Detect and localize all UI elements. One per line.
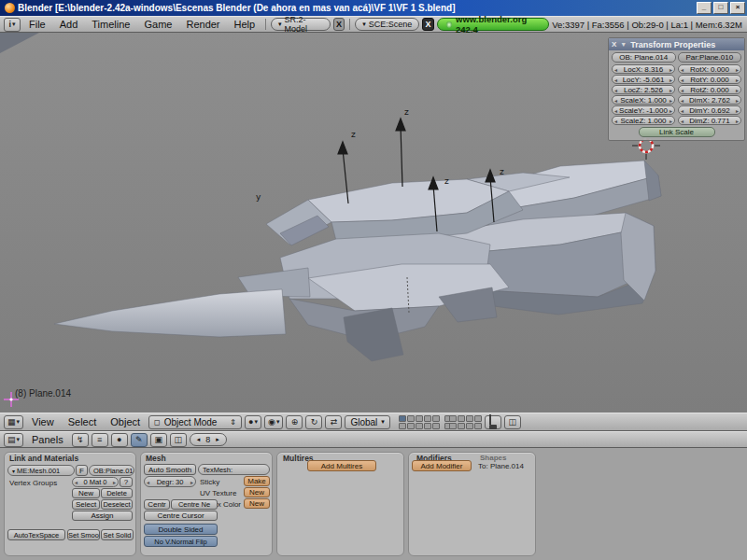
parent-field[interactable]: Par:Plane.010 bbox=[678, 52, 742, 63]
menu-timeline[interactable]: Timeline bbox=[86, 19, 135, 30]
layer-toggle[interactable] bbox=[407, 423, 415, 429]
mode-dropdown[interactable]: ◻ Object Mode ⇕ bbox=[148, 415, 242, 429]
link-scale-button[interactable]: Link Scale bbox=[639, 127, 715, 137]
material-new-button[interactable]: New bbox=[72, 488, 100, 498]
menu-add[interactable]: Add bbox=[54, 19, 84, 30]
pivot-dropdown[interactable]: ◉ ▾ bbox=[264, 415, 283, 429]
close-icon[interactable]: X bbox=[612, 40, 616, 49]
double-sided-toggle[interactable]: Double Sided bbox=[144, 524, 218, 535]
auto-smooth-toggle[interactable]: Auto Smooth bbox=[144, 464, 196, 475]
draw-mode-dropdown[interactable]: ● ▾ bbox=[245, 415, 261, 429]
transform-panel-header[interactable]: X ▼ Transform Properties bbox=[609, 38, 744, 50]
sticky-make-button[interactable]: Make bbox=[244, 476, 270, 486]
menu-render[interactable]: Render bbox=[180, 19, 225, 30]
layer-toggle[interactable] bbox=[416, 423, 423, 429]
layer-toggle[interactable] bbox=[399, 423, 406, 429]
shading-context-button[interactable]: ● bbox=[111, 433, 128, 447]
dimx-field[interactable]: DimX:2.762 bbox=[678, 95, 741, 105]
degr-field[interactable]: Degr:30 bbox=[144, 476, 196, 487]
mesh-datablock-field[interactable]: ▾ ME:Mesh.001 bbox=[7, 465, 75, 476]
locx-field[interactable]: LocX:8.316 bbox=[612, 64, 675, 74]
scene-context-button[interactable]: ◫ bbox=[170, 433, 187, 447]
lock-toggle[interactable] bbox=[485, 415, 501, 429]
layer-toggle[interactable] bbox=[399, 415, 406, 422]
close-button[interactable]: × bbox=[730, 2, 745, 14]
material-assign-button[interactable]: Assign bbox=[72, 511, 133, 521]
layer-toggle[interactable] bbox=[432, 415, 440, 422]
menu-object[interactable]: Object bbox=[105, 416, 146, 427]
material-deselect-button[interactable]: Deselect bbox=[101, 499, 133, 510]
layer-toggle[interactable] bbox=[407, 415, 415, 422]
editor-type-button[interactable]: ▦ ▾ bbox=[4, 415, 23, 429]
screen-delete-button[interactable]: X bbox=[333, 18, 345, 31]
editor-type-button[interactable]: ▤ ▾ bbox=[4, 433, 23, 447]
window-type-button[interactable]: i ▾ bbox=[4, 18, 21, 32]
scene-selector[interactable]: ▾ SCE:Scene bbox=[355, 18, 419, 31]
3d-viewport[interactable]: z z z z y (8) Plane.014 bbox=[0, 33, 747, 413]
layer-toggle[interactable] bbox=[458, 415, 465, 422]
layer-toggle[interactable] bbox=[424, 423, 431, 429]
scalez-field[interactable]: ScaleZ:1.000 bbox=[612, 116, 675, 125]
maximize-button[interactable]: □ bbox=[713, 2, 728, 14]
menu-view[interactable]: View bbox=[26, 416, 60, 427]
scaley-field[interactable]: ScaleY:-1.000 bbox=[612, 105, 675, 115]
editing-context-button[interactable]: ✎ bbox=[131, 433, 148, 447]
rotate-manipulator-toggle[interactable]: ↻ bbox=[305, 415, 322, 429]
layer-toggle[interactable] bbox=[466, 423, 473, 429]
add-modifier-button[interactable]: Add Modifier bbox=[412, 460, 472, 471]
menu-game[interactable]: Game bbox=[138, 19, 177, 30]
material-query-button[interactable]: ? bbox=[120, 477, 133, 487]
orientation-dropdown[interactable]: Global ▾ bbox=[345, 415, 389, 429]
panel-title[interactable]: Link and Materials bbox=[9, 454, 78, 463]
material-select-button[interactable]: Select bbox=[72, 499, 100, 510]
autotexspace-button[interactable]: AutoTexSpace bbox=[7, 529, 65, 540]
layer-toggle[interactable] bbox=[474, 415, 482, 422]
render-preview-button[interactable]: ◫ bbox=[504, 415, 521, 429]
object-context-button[interactable]: ▣ bbox=[150, 433, 167, 447]
layer-toggle[interactable] bbox=[416, 415, 423, 422]
uv-texture-new-button[interactable]: New bbox=[244, 487, 270, 497]
blender-org-button[interactable]: www.blender.org 242.4 bbox=[437, 18, 549, 31]
ob-name-field[interactable]: OB: Plane.014 bbox=[612, 52, 676, 63]
material-index-field[interactable]: 0 Mat 0 bbox=[72, 477, 119, 487]
screen-selector[interactable]: ▾ SR:2-Model bbox=[271, 18, 331, 31]
dimy-field[interactable]: DimY:0.692 bbox=[678, 105, 741, 115]
set-smooth-button[interactable]: Set Smoo bbox=[67, 529, 100, 540]
locy-field[interactable]: LocY:-5.061 bbox=[612, 75, 675, 84]
menu-help[interactable]: Help bbox=[229, 19, 261, 30]
add-multires-button[interactable]: Add Multires bbox=[307, 460, 376, 471]
menu-select[interactable]: Select bbox=[63, 416, 103, 427]
layer-toggle[interactable] bbox=[449, 423, 457, 429]
locz-field[interactable]: LocZ:2.526 bbox=[612, 85, 675, 94]
logic-context-button[interactable]: ↯ bbox=[72, 433, 89, 447]
panel-title[interactable]: Mesh bbox=[146, 454, 166, 463]
ob-link-field[interactable]: OB:Plane.014 bbox=[89, 465, 134, 476]
vertex-color-new-button[interactable]: New bbox=[244, 498, 270, 509]
increment-arrow-icon[interactable]: ▸ bbox=[216, 436, 219, 443]
dimz-field[interactable]: DimZ:0.771 bbox=[678, 116, 741, 125]
layer-toggle[interactable] bbox=[466, 415, 473, 422]
layer-toggle[interactable] bbox=[458, 423, 465, 429]
roty-field[interactable]: RotY:0.000 bbox=[678, 75, 741, 84]
material-delete-button[interactable]: Delete bbox=[101, 488, 133, 498]
script-context-button[interactable]: ≡ bbox=[92, 433, 108, 447]
layer-toggle[interactable] bbox=[474, 423, 482, 429]
centre-button[interactable]: Centr bbox=[144, 499, 170, 510]
chevron-down-icon[interactable]: ▼ bbox=[620, 41, 627, 48]
menu-file[interactable]: File bbox=[23, 19, 51, 30]
translate-manipulator-toggle[interactable]: ⊕ bbox=[286, 415, 303, 429]
minimize-button[interactable]: _ bbox=[697, 2, 712, 14]
panels-menu[interactable]: Panels bbox=[26, 434, 69, 445]
rotx-field[interactable]: RotX:0.000 bbox=[678, 64, 741, 74]
layer-toggle[interactable] bbox=[449, 415, 457, 422]
centre-cursor-button[interactable]: Centre Cursor bbox=[144, 511, 218, 521]
scale-manipulator-toggle[interactable]: ⇄ bbox=[325, 415, 342, 429]
scene-delete-button[interactable]: X bbox=[422, 18, 434, 31]
set-solid-button[interactable]: Set Solid bbox=[101, 529, 134, 540]
scalex-field[interactable]: ScaleX:1.000 bbox=[612, 95, 675, 105]
decrement-arrow-icon[interactable]: ◂ bbox=[197, 436, 201, 443]
no-vnormal-flip-toggle[interactable]: No V.Normal Flip bbox=[144, 536, 218, 547]
centre-new-button[interactable]: Centre Ne bbox=[171, 499, 218, 510]
texmesh-field[interactable]: TexMesh: bbox=[198, 464, 270, 475]
rotz-field[interactable]: RotZ:0.000 bbox=[678, 85, 741, 94]
